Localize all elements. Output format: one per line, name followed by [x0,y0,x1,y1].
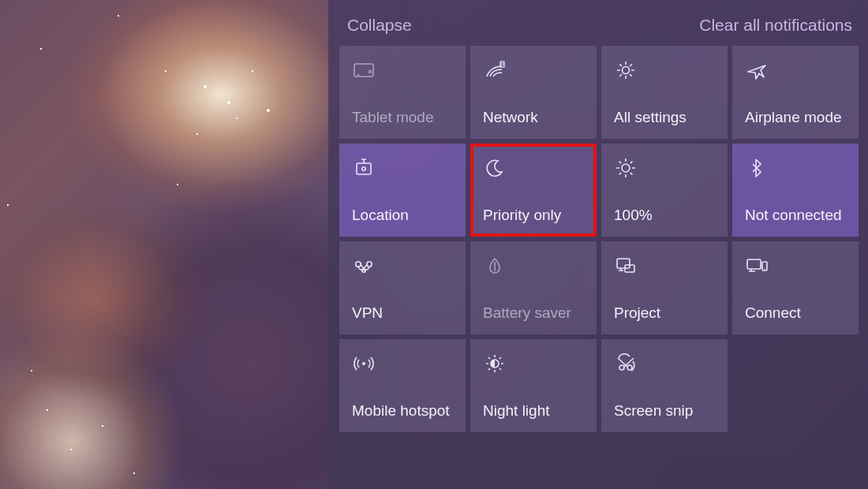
network-icon [483,57,584,84]
tile-label: All settings [614,109,715,126]
project-icon [614,252,715,279]
tile-label: Screen snip [614,402,715,420]
vpn-icon [352,252,453,279]
tile-label: 100% [614,207,715,224]
tile-label: Network [483,109,584,126]
tile-label: Tablet mode [352,109,453,126]
tile-night-light[interactable]: Night light [470,339,597,432]
tile-bluetooth[interactable]: Not connected [732,144,859,237]
tile-vpn[interactable]: VPN [339,241,466,334]
tile-battery-saver[interactable]: Battery saver [470,241,597,334]
tile-project[interactable]: Project [601,241,728,334]
desktop-wallpaper: Collapse Clear all notifications Tablet … [0,0,868,489]
tile-screen-snip[interactable]: Screen snip [601,339,728,432]
tile-label: Night light [483,402,584,420]
location-icon [352,155,453,181]
connect-icon [745,252,846,279]
collapse-link[interactable]: Collapse [347,16,412,35]
tile-label: Mobile hotspot [352,402,453,420]
brightness-icon [614,155,715,181]
tile-brightness[interactable]: 100% [601,144,728,237]
tile-label: Project [614,304,715,322]
tile-label: Battery saver [483,304,584,322]
hotspot-icon [352,350,453,377]
tablet-mode-icon [352,57,453,84]
quick-action-grid: Tablet modeNetworkAll settingsAirplane m… [328,46,868,442]
tile-label: Location [352,207,453,224]
tile-label: Not connected [745,207,846,224]
tile-label: Priority only [483,207,584,224]
night-light-icon [483,350,584,377]
bluetooth-icon [745,155,846,181]
tile-label: Connect [745,304,846,322]
tile-airplane-mode[interactable]: Airplane mode [732,46,859,139]
panel-header: Collapse Clear all notifications [328,0,868,46]
tile-mobile-hotspot[interactable]: Mobile hotspot [339,339,466,432]
airplane-icon [745,57,846,84]
tile-all-settings[interactable]: All settings [601,46,728,139]
moon-icon [483,155,584,181]
gear-icon [614,57,715,84]
clear-notifications-link[interactable]: Clear all notifications [699,16,852,35]
screen-snip-icon [614,350,715,377]
tile-label: VPN [352,304,453,322]
tile-connect[interactable]: Connect [732,241,859,334]
battery-saver-icon [483,252,584,279]
tile-label: Airplane mode [745,109,846,126]
tile-priority-only[interactable]: Priority only [470,144,597,237]
tile-tablet-mode[interactable]: Tablet mode [339,46,466,139]
tile-location[interactable]: Location [339,144,466,237]
tile-network[interactable]: Network [470,46,597,139]
action-center-panel: Collapse Clear all notifications Tablet … [328,0,868,489]
